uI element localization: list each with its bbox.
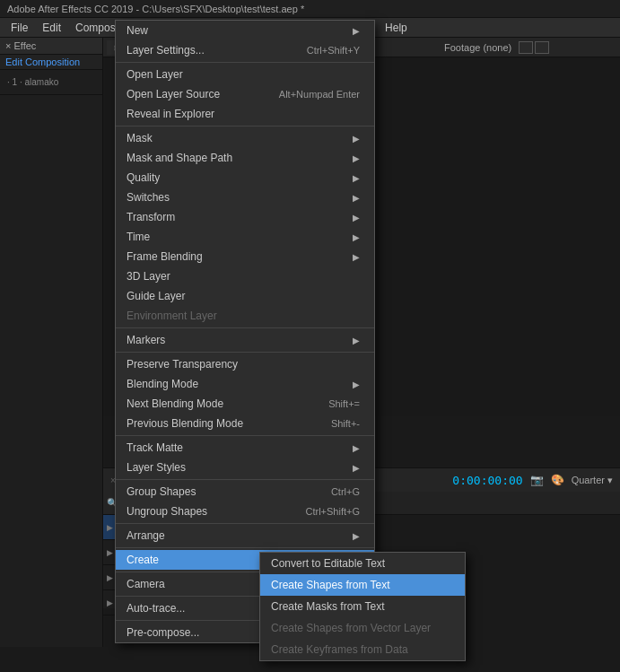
layer-dropdown-menu[interactable]: New ▶ Layer Settings... Ctrl+Shift+Y Ope… — [115, 20, 375, 643]
layer-styles-arrow: ▶ — [353, 463, 360, 473]
track-matte-arrow: ▶ — [353, 443, 360, 453]
menu-reveal-explorer[interactable]: Reveal in Explorer — [116, 104, 374, 124]
environment-layer-label: Environment Layer — [127, 310, 217, 322]
auto-trace-label: Auto-trace... — [127, 602, 185, 615]
submenu-create-shapes-vector: Create Shapes from Vector Layer — [260, 617, 465, 639]
group-shapes-shortcut: Ctrl+G — [331, 486, 360, 497]
menu-prev-blending-mode[interactable]: Previous Blending Mode Shift+- — [116, 414, 374, 433]
guide-layer-label: Guide Layer — [127, 290, 185, 302]
open-layer-source-label: Open Layer Source — [127, 88, 220, 100]
menu-switches[interactable]: Switches ▶ — [116, 188, 374, 207]
submenu-create-shapes-from-text[interactable]: Create Shapes from Text — [260, 574, 465, 596]
menu-edit[interactable]: Edit — [35, 20, 68, 36]
switches-arrow: ▶ — [353, 193, 360, 203]
menu-new-label: New — [127, 24, 148, 37]
effect-panel-tab: × Effec — [0, 38, 102, 55]
divider-7 — [116, 523, 374, 524]
list-item: · 1 · alamako — [0, 70, 102, 95]
time-label: Time — [127, 231, 150, 243]
create-label: Create — [127, 554, 159, 566]
menu-quality[interactable]: Quality ▶ — [116, 168, 374, 188]
submenu-create-masks-from-text[interactable]: Create Masks from Text — [260, 596, 465, 617]
menu-time[interactable]: Time ▶ — [116, 227, 374, 247]
markers-label: Markers — [127, 334, 165, 346]
open-layer-source-shortcut: Alt+Numpad Enter — [279, 89, 360, 100]
blending-mode-arrow: ▶ — [353, 380, 360, 389]
time-display[interactable]: 0:00:00:00 — [452, 474, 522, 487]
divider-1 — [116, 62, 374, 63]
mask-shape-path-label: Mask and Shape Path — [127, 152, 232, 164]
create-masks-from-text-label: Create Masks from Text — [271, 600, 384, 613]
layer-settings-shortcut: Ctrl+Shift+Y — [307, 45, 360, 56]
menu-blending-mode[interactable]: Blending Mode ▶ — [116, 374, 374, 394]
create-submenu[interactable]: Convert to Editable Text Create Shapes f… — [259, 552, 466, 661]
open-layer-label: Open Layer — [127, 68, 183, 81]
menu-guide-layer[interactable]: Guide Layer — [116, 286, 374, 306]
color-icon: 🎨 — [551, 474, 564, 486]
reveal-explorer-label: Reveal in Explorer — [127, 108, 214, 120]
layer-settings-label: Layer Settings... — [127, 44, 205, 57]
menu-group-shapes[interactable]: Group Shapes Ctrl+G — [116, 482, 374, 502]
submenu-create-keyframes-data: Create Keyframes from Data — [260, 639, 465, 660]
camera-label: Camera — [127, 578, 165, 590]
switches-label: Switches — [127, 191, 170, 204]
group-shapes-label: Group Shapes — [127, 485, 196, 498]
menu-next-blending-mode[interactable]: Next Blending Mode Shift+= — [116, 394, 374, 414]
menu-open-layer-source[interactable]: Open Layer Source Alt+Numpad Enter — [116, 84, 374, 104]
3d-layer-label: 3D Layer — [127, 270, 170, 283]
layer-list: · 1 · alamako — [0, 70, 102, 647]
create-shapes-vector-label: Create Shapes from Vector Layer — [271, 622, 431, 634]
panel-tab-label: × Effec — [5, 40, 36, 51]
title-bar: Adobe After Effects CC 2019 - C:\Users\S… — [0, 0, 620, 18]
menu-file[interactable]: File — [4, 20, 35, 36]
frame-blending-arrow: ▶ — [353, 252, 360, 262]
menu-layer-styles[interactable]: Layer Styles ▶ — [116, 458, 374, 477]
menu-ungroup-shapes[interactable]: Ungroup Shapes Ctrl+Shift+G — [116, 502, 374, 521]
camera-icon: 📷 — [530, 474, 544, 486]
convert-editable-text-label: Convert to Editable Text — [271, 557, 385, 570]
ungroup-shapes-label: Ungroup Shapes — [127, 505, 207, 518]
menu-track-matte[interactable]: Track Matte ▶ — [116, 438, 374, 458]
new-arrow: ▶ — [353, 26, 360, 36]
mask-shape-arrow: ▶ — [353, 153, 360, 163]
next-blending-mode-label: Next Blending Mode — [127, 397, 223, 410]
submenu-convert-editable-text[interactable]: Convert to Editable Text — [260, 553, 465, 574]
ungroup-shapes-shortcut: Ctrl+Shift+G — [305, 506, 360, 517]
menu-open-layer[interactable]: Open Layer — [116, 65, 374, 84]
time-arrow: ▶ — [353, 232, 360, 242]
menu-preserve-transparency[interactable]: Preserve Transparency — [116, 354, 374, 374]
divider-2 — [116, 126, 374, 127]
transform-arrow: ▶ — [353, 213, 360, 223]
mask-arrow: ▶ — [353, 134, 360, 144]
menu-layer-settings[interactable]: Layer Settings... Ctrl+Shift+Y — [116, 40, 374, 60]
menu-mask[interactable]: Mask ▶ — [116, 128, 374, 148]
divider-5 — [116, 435, 374, 436]
menu-environment-layer: Environment Layer — [116, 306, 374, 326]
divider-6 — [116, 479, 374, 480]
prev-blending-shortcut: Shift+- — [331, 418, 360, 429]
pre-compose-label: Pre-compose... — [127, 626, 199, 639]
menu-new[interactable]: New ▶ — [116, 21, 374, 40]
quality-arrow: ▶ — [353, 173, 360, 183]
arrange-arrow: ▶ — [353, 531, 360, 541]
arrange-label: Arrange — [127, 529, 165, 542]
menu-frame-blending[interactable]: Frame Blending ▶ — [116, 247, 374, 266]
preserve-transparency-label: Preserve Transparency — [127, 358, 238, 371]
footage-panel-label: Footage (none) — [444, 42, 511, 53]
quality-label: Quality — [127, 171, 160, 184]
menu-3d-layer[interactable]: 3D Layer — [116, 266, 374, 286]
title-text: Adobe After Effects CC 2019 - C:\Users\S… — [7, 4, 304, 14]
left-panel: × Effec Edit Composition · 1 · alamako — [0, 38, 103, 647]
prev-blending-mode-label: Previous Blending Mode — [127, 417, 243, 430]
quality-select[interactable]: Quarter ▾ — [572, 475, 613, 486]
mask-label: Mask — [127, 132, 153, 144]
transform-label: Transform — [127, 211, 175, 223]
menu-markers[interactable]: Markers ▶ — [116, 330, 374, 350]
menu-help[interactable]: Help — [378, 20, 415, 36]
menu-transform[interactable]: Transform ▶ — [116, 207, 374, 227]
divider-4 — [116, 352, 374, 353]
breadcrumb-bar: Edit Composition — [0, 55, 102, 70]
menu-mask-shape-path[interactable]: Mask and Shape Path ▶ — [116, 148, 374, 168]
frame-blending-label: Frame Blending — [127, 250, 203, 263]
menu-arrange[interactable]: Arrange ▶ — [116, 526, 374, 545]
